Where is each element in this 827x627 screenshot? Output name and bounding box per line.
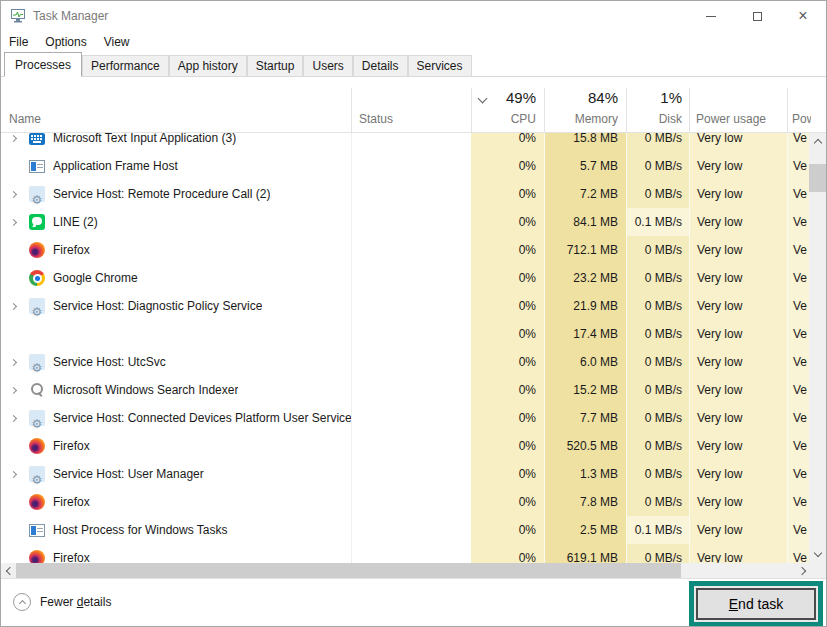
tab-users[interactable]: Users [303,55,352,76]
scroll-left-button[interactable] [1,563,16,578]
process-row[interactable]: Service Host: Connected Devices Platform… [1,404,826,432]
keyboard-icon [29,133,45,145]
search-icon [29,382,45,398]
close-icon: × [798,8,807,24]
vertical-scrollbar[interactable] [809,133,826,563]
end-task-highlight-box: End task [689,581,823,627]
end-task-button[interactable]: End task [696,588,816,620]
expand-toggle[interactable] [7,304,29,309]
column-header-memory[interactable]: Memory [545,112,618,126]
cpu-cell: 0% [471,208,544,236]
chevron-right-icon [10,218,17,225]
process-name: Microsoft Text Input Application (3) [53,133,236,152]
tab-startup[interactable]: Startup [247,55,304,76]
column-header-power-usage[interactable]: Power usage [696,112,766,126]
disk-cell: 0 MB/s [626,236,689,264]
column-header-power-usage-trend[interactable]: Powe [792,112,811,126]
process-row[interactable]: Application Frame Host0%5.7 MB0 MB/sVery… [1,152,826,180]
power-cell: Very low [689,516,787,544]
disk-cell: 0 MB/s [626,292,689,320]
process-name-cell: Application Frame Host [1,152,351,180]
disk-cell: 0 MB/s [626,180,689,208]
column-header-name[interactable]: Name [9,112,41,126]
status-cell [351,133,471,152]
close-button[interactable]: × [780,1,826,31]
process-name-cell: Firefox [1,488,351,516]
power-cell: Very low [689,376,787,404]
task-manager-window: Task Manager × FileOptionsView Processes… [0,0,827,627]
process-row[interactable]: Service Host: Diagnostic Policy Service0… [1,292,826,320]
disk-cell: 0 MB/s [626,264,689,292]
process-name: Service Host: Remote Procedure Call (2) [53,180,270,208]
process-row[interactable]: Firefox0%712.1 MB0 MB/sVery lowVe [1,236,826,264]
process-row[interactable]: LINE (2)0%84.1 MB0.1 MB/sVery lowVe [1,208,826,236]
memory-cell: 84.1 MB [544,208,626,236]
process-name-cell: Host Process for Windows Tasks [1,516,351,544]
scroll-up-button[interactable] [809,133,826,150]
process-name-cell: Service Host: Connected Devices Platform… [1,404,351,432]
column-header-disk[interactable]: Disk [627,112,682,126]
process-row[interactable]: Firefox0%520.5 MB0 MB/sVery lowVe [1,432,826,460]
column-header-status[interactable]: Status [359,112,393,126]
maximize-button[interactable] [734,1,780,31]
gear-icon [29,466,45,482]
column-separator[interactable] [351,88,352,132]
expand-toggle[interactable] [7,472,29,477]
power-cell: Very low [689,432,787,460]
disk-cell: 0 MB/s [626,152,689,180]
horizontal-scrollbar-thumb[interactable] [16,563,681,578]
process-row[interactable]: Service Host: User Manager0%1.3 MB0 MB/s… [1,460,826,488]
scroll-down-button[interactable] [809,546,826,563]
status-cell [351,208,471,236]
frame-icon [29,160,45,173]
process-name-cell: Service Host: Remote Procedure Call (2) [1,180,351,208]
status-cell [351,264,471,292]
process-name: Microsoft Windows Search Indexer [53,376,238,404]
cpu-cell: 0% [471,264,544,292]
process-row[interactable]: Firefox0%619.1 MB0 MB/sVery lowVe [1,544,826,563]
vertical-scrollbar-thumb[interactable] [809,164,826,192]
process-row[interactable]: Google Chrome0%23.2 MB0 MB/sVery lowVe [1,264,826,292]
expand-toggle[interactable] [7,220,29,225]
process-name-cell: LINE (2) [1,208,351,236]
process-row[interactable]: 0%17.4 MB0 MB/sVery lowVe [1,320,826,348]
status-cell [351,348,471,376]
expand-toggle[interactable] [7,192,29,197]
menu-item-file[interactable]: File [9,35,28,49]
tab-services[interactable]: Services [408,55,472,76]
menu-item-view[interactable]: View [104,35,130,49]
tab-app-history[interactable]: App history [169,55,247,76]
menu-item-options[interactable]: Options [45,35,86,49]
status-cell [351,516,471,544]
tab-processes[interactable]: Processes [4,52,82,77]
power-cell: Very low [689,208,787,236]
process-name-cell: Microsoft Text Input Application (3) [1,133,351,152]
process-name-cell: Service Host: Diagnostic Policy Service [1,292,351,320]
status-cell [351,460,471,488]
process-row[interactable]: Microsoft Text Input Application (3)0%15… [1,133,826,152]
process-row[interactable]: Service Host: UtcSvc0%6.0 MB0 MB/sVery l… [1,348,826,376]
process-row[interactable]: Host Process for Windows Tasks0%2.5 MB0.… [1,516,826,544]
process-row[interactable]: Service Host: Remote Procedure Call (2)0… [1,180,826,208]
process-row[interactable]: Firefox0%7.8 MB0 MB/sVery lowVe [1,488,826,516]
expand-toggle[interactable] [7,136,29,141]
memory-cell: 5.7 MB [544,152,626,180]
expand-toggle[interactable] [7,360,29,365]
minimize-button[interactable] [688,1,734,31]
process-name: LINE (2) [53,208,98,236]
tab-performance[interactable]: Performance [82,55,169,76]
expand-toggle[interactable] [7,416,29,421]
process-row[interactable]: Microsoft Windows Search Indexer0%15.2 M… [1,376,826,404]
column-header-cpu[interactable]: CPU [471,112,536,126]
firefox-icon [29,438,45,454]
column-separator[interactable] [689,88,690,132]
status-cell [351,180,471,208]
expand-toggle[interactable] [7,388,29,393]
fewer-details-button[interactable]: Fewer details [13,593,111,611]
column-separator[interactable] [787,88,788,132]
process-name: Google Chrome [53,264,138,292]
horizontal-scrollbar[interactable] [1,563,811,578]
tab-details[interactable]: Details [353,55,408,76]
cpu-cell: 0% [471,544,544,563]
process-list: Microsoft Text Input Application (3)0%15… [1,133,826,563]
